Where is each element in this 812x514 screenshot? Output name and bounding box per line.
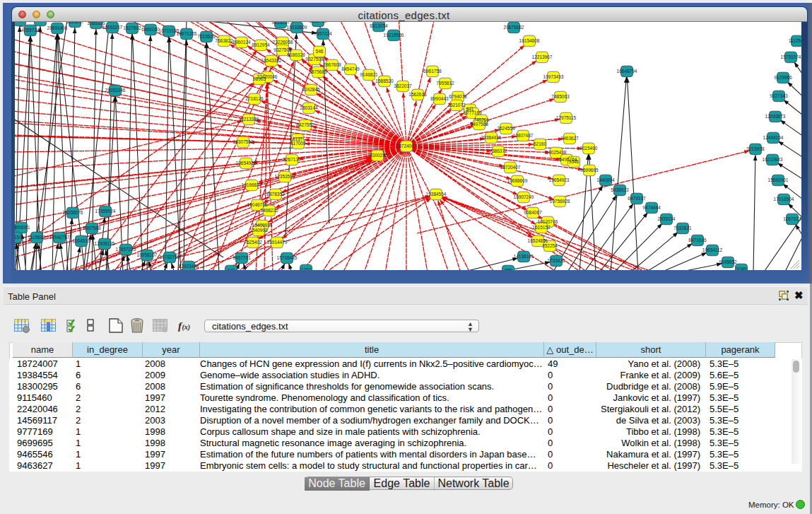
svg-text:12975115: 12975115 bbox=[556, 115, 577, 120]
svg-text:14136141: 14136141 bbox=[514, 254, 534, 259]
svg-text:1540993: 1540993 bbox=[249, 228, 268, 233]
svg-text:8454749: 8454749 bbox=[341, 66, 360, 71]
svg-text:1152760: 1152760 bbox=[310, 22, 327, 23]
svg-text:9242845: 9242845 bbox=[302, 87, 320, 92]
svg-text:1440954: 1440954 bbox=[596, 177, 615, 182]
svg-text:8878352: 8878352 bbox=[266, 192, 285, 197]
svg-text:940: 940 bbox=[228, 268, 235, 270]
svg-text:7632621: 7632621 bbox=[673, 226, 692, 230]
svg-text:12353594: 12353594 bbox=[275, 174, 295, 179]
svg-text:2935114: 2935114 bbox=[658, 216, 676, 221]
svg-text:62160: 62160 bbox=[534, 141, 546, 146]
svg-text:1112541: 1112541 bbox=[789, 38, 801, 43]
svg-text:1588520: 1588520 bbox=[375, 78, 394, 83]
svg-text:2718126: 2718126 bbox=[245, 96, 264, 101]
svg-text:546: 546 bbox=[316, 49, 324, 54]
svg-text:16648794: 16648794 bbox=[617, 69, 637, 74]
svg-text:7663822: 7663822 bbox=[215, 38, 233, 43]
svg-text:10688609: 10688609 bbox=[507, 178, 528, 183]
svg-text:7357224: 7357224 bbox=[314, 31, 332, 36]
svg-text:19166827: 19166827 bbox=[242, 182, 262, 187]
svg-text:15409934: 15409934 bbox=[252, 223, 273, 228]
svg-text:20364436: 20364436 bbox=[481, 135, 502, 140]
svg-text:9227343: 9227343 bbox=[770, 93, 788, 98]
svg-text:20876682: 20876682 bbox=[504, 25, 524, 30]
svg-text:3215958: 3215958 bbox=[746, 146, 765, 151]
svg-text:7485063: 7485063 bbox=[551, 94, 570, 99]
svg-text:1164519: 1164519 bbox=[73, 238, 90, 243]
svg-text:1267533: 1267533 bbox=[783, 216, 801, 221]
svg-text:12444154: 12444154 bbox=[763, 135, 784, 140]
svg-text:16154808: 16154808 bbox=[519, 38, 540, 43]
svg-text:10654112: 10654112 bbox=[702, 247, 723, 252]
svg-text:4859061: 4859061 bbox=[15, 225, 30, 230]
svg-text:16033809: 16033809 bbox=[287, 25, 307, 30]
svg-text:955: 955 bbox=[505, 268, 512, 270]
svg-text:1605378: 1605378 bbox=[15, 22, 29, 23]
svg-text:7955812: 7955812 bbox=[436, 81, 454, 86]
svg-text:3822037: 3822037 bbox=[394, 83, 412, 88]
svg-text:1615152: 1615152 bbox=[532, 225, 551, 230]
svg-text:2069140: 2069140 bbox=[31, 22, 49, 23]
svg-text:13720407: 13720407 bbox=[500, 165, 521, 170]
svg-text:29053346: 29053346 bbox=[105, 88, 126, 93]
svg-text:16914479: 16914479 bbox=[267, 240, 288, 245]
svg-text:6497568: 6497568 bbox=[470, 122, 488, 127]
svg-text:4055714: 4055714 bbox=[21, 28, 40, 33]
svg-text:12213389: 12213389 bbox=[239, 117, 259, 122]
svg-text:10671355: 10671355 bbox=[177, 31, 197, 36]
svg-text:8427552: 8427552 bbox=[296, 122, 314, 127]
svg-text:17359924: 17359924 bbox=[95, 209, 116, 214]
svg-text:9546: 9546 bbox=[569, 159, 579, 164]
svg-text:12213967: 12213967 bbox=[532, 54, 553, 59]
svg-text:10120746: 10120746 bbox=[538, 219, 558, 224]
svg-text:6794078: 6794078 bbox=[449, 94, 467, 99]
svg-text:1757: 1757 bbox=[301, 267, 312, 270]
svg-text:17016504: 17016504 bbox=[774, 197, 794, 201]
svg-text:9245: 9245 bbox=[736, 267, 747, 270]
svg-text:252254: 252254 bbox=[542, 243, 558, 248]
svg-text:18724007: 18724007 bbox=[396, 144, 417, 148]
svg-text:19654923: 19654923 bbox=[549, 177, 570, 182]
svg-text:19218586: 19218586 bbox=[384, 33, 404, 37]
svg-text:23226058: 23226058 bbox=[273, 40, 293, 45]
svg-text:20206576: 20206576 bbox=[63, 210, 83, 215]
svg-text:12942757: 12942757 bbox=[49, 235, 70, 240]
svg-text:8471626: 8471626 bbox=[688, 238, 707, 243]
svg-text:7386372: 7386372 bbox=[489, 148, 507, 153]
svg-text:12905135: 12905135 bbox=[95, 241, 115, 246]
svg-text:10653267: 10653267 bbox=[102, 25, 123, 30]
svg-text:1562615: 1562615 bbox=[408, 92, 427, 97]
svg-text:8960124: 8960124 bbox=[233, 40, 251, 45]
svg-text:18907249: 18907249 bbox=[514, 194, 534, 199]
svg-text:9084067: 9084067 bbox=[524, 210, 542, 215]
svg-text:15716485: 15716485 bbox=[277, 255, 298, 260]
svg-text:10756928: 10756928 bbox=[550, 199, 570, 204]
svg-text:10958107: 10958107 bbox=[137, 252, 158, 257]
svg-text:9699695: 9699695 bbox=[580, 168, 599, 173]
svg-text:9129966: 9129966 bbox=[774, 75, 792, 80]
svg-text:9474444: 9474444 bbox=[642, 205, 661, 210]
svg-text:19384554: 19384554 bbox=[426, 192, 447, 197]
svg-text:117008: 117008 bbox=[290, 141, 306, 146]
svg-text:1115682: 1115682 bbox=[28, 235, 46, 240]
svg-text:3624554: 3624554 bbox=[497, 126, 515, 131]
svg-text:(x): (x) bbox=[182, 323, 191, 332]
svg-text:8813054: 8813054 bbox=[370, 23, 388, 28]
svg-text:16210643: 16210643 bbox=[763, 157, 783, 162]
svg-text:9463627: 9463627 bbox=[560, 136, 579, 141]
svg-text:1527602: 1527602 bbox=[123, 25, 141, 30]
svg-text:15751074: 15751074 bbox=[781, 54, 801, 59]
svg-text:16543382: 16543382 bbox=[261, 58, 282, 63]
svg-text:6466160: 6466160 bbox=[141, 27, 160, 32]
svg-text:16524851: 16524851 bbox=[528, 238, 548, 243]
svg-text:10973493: 10973493 bbox=[543, 74, 564, 79]
svg-text:2967608: 2967608 bbox=[323, 62, 341, 67]
svg-text:12923448: 12923448 bbox=[179, 264, 199, 269]
svg-text:5498222: 5498222 bbox=[260, 208, 278, 213]
svg-text:7625402: 7625402 bbox=[244, 240, 262, 245]
svg-text:5938923: 5938923 bbox=[611, 187, 629, 192]
svg-text:20691406: 20691406 bbox=[47, 25, 68, 30]
svg-text:1853217: 1853217 bbox=[66, 22, 84, 24]
svg-text:10654925: 10654925 bbox=[236, 160, 257, 165]
